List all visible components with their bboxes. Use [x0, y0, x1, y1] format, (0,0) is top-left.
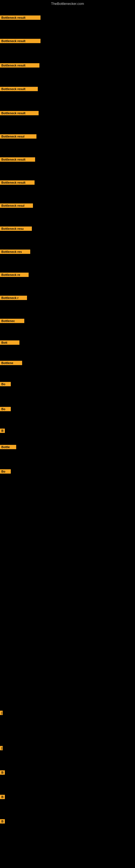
bottleneck-badge: Bo [0, 382, 11, 386]
bottleneck-badge: Bottleneck r [0, 296, 27, 300]
bottleneck-badge: Bottleneck resul [0, 204, 33, 208]
bottleneck-badge: Bottleneck resul [0, 134, 37, 138]
bottleneck-badge: Bottlene [0, 361, 22, 365]
bottleneck-badge: | [0, 711, 3, 715]
bottleneck-badge: Bottleneck result [0, 180, 35, 185]
bottleneck-badge: B [0, 819, 5, 824]
bottleneck-badge: Bottlenec [0, 319, 24, 323]
bottleneck-badge: Bo [0, 469, 11, 474]
bottleneck-badge: Bottleneck re [0, 273, 29, 277]
bottleneck-badge: B [0, 770, 5, 775]
site-title: TheBottlenecker.com [0, 1, 135, 7]
bottleneck-badge: Bottleneck result [0, 63, 39, 67]
bottleneck-badge: Bottleneck resu [0, 226, 32, 231]
bottleneck-badge: Bo [0, 407, 11, 411]
bottleneck-badge: Bott [0, 340, 19, 345]
bottleneck-badge: Bottleneck result [0, 16, 41, 20]
bottleneck-badge: Bottle [0, 445, 16, 449]
bottleneck-badge: Bottleneck result [0, 39, 41, 43]
bottleneck-badge: B [0, 795, 5, 799]
bottleneck-badge: Bottleneck result [0, 111, 39, 115]
bottleneck-badge: | [0, 746, 3, 750]
bottleneck-badge: Bottleneck res [0, 250, 30, 254]
bottleneck-badge: B [0, 429, 5, 433]
bottleneck-badge: Bottleneck result [0, 157, 35, 162]
bottleneck-badge: Bottleneck result [0, 87, 38, 91]
